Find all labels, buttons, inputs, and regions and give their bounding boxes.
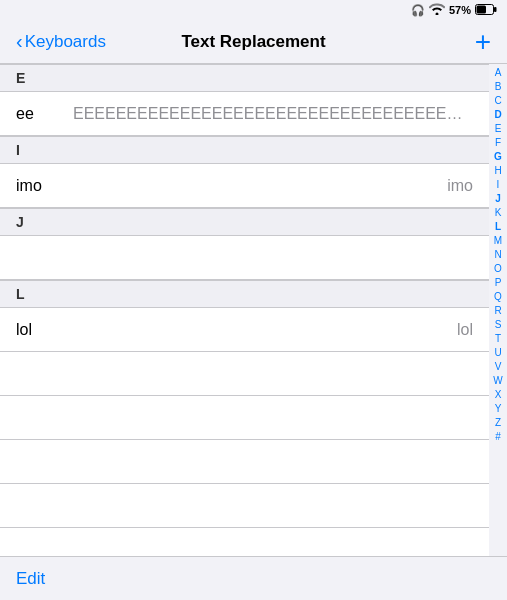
index-letter-c[interactable]: C	[494, 94, 501, 108]
chevron-left-icon: ‹	[16, 30, 23, 53]
svg-rect-2	[494, 7, 497, 12]
table: E ee EEEEEEEEEEEEEEEEEEEEEEEEEEEEEEEEEEE…	[0, 64, 489, 556]
svg-rect-1	[477, 5, 487, 13]
index-letter-z[interactable]: Z	[495, 416, 501, 430]
index-letter-x[interactable]: X	[495, 388, 502, 402]
index-letter-d[interactable]: D	[494, 108, 501, 122]
index-letter-f[interactable]: F	[495, 136, 501, 150]
row-shortcut: EEEEEEEEEEEEEEEEEEEEEEEEEEEEEEEEEEEEEEEE…	[73, 105, 473, 123]
row-shortcut: imo	[447, 177, 473, 195]
table-row-empty	[0, 440, 489, 484]
table-row[interactable]: lol lol	[0, 308, 489, 352]
index-letter-g[interactable]: G	[494, 150, 502, 164]
index-letter-v[interactable]: V	[495, 360, 502, 374]
index-letter-w[interactable]: W	[493, 374, 502, 388]
index-letter-b[interactable]: B	[495, 80, 502, 94]
table-row-empty	[0, 396, 489, 440]
index-letter-e[interactable]: E	[495, 122, 502, 136]
index-letter-a[interactable]: A	[495, 66, 502, 80]
index-letter-n[interactable]: N	[494, 248, 501, 262]
back-label: Keyboards	[25, 32, 106, 52]
index-letter-y[interactable]: Y	[495, 402, 502, 416]
add-button[interactable]: +	[475, 28, 491, 56]
table-row-empty	[0, 236, 489, 280]
index-letter-u[interactable]: U	[494, 346, 501, 360]
index-letter-p[interactable]: P	[495, 276, 502, 290]
page-title: Text Replacement	[181, 32, 325, 52]
index-letter-k[interactable]: K	[495, 206, 502, 220]
battery-icon	[475, 4, 497, 17]
table-row-empty	[0, 352, 489, 396]
index-sidebar[interactable]: ABCDEFGHIJKLMNOPQRSTUVWXYZ#	[489, 64, 507, 556]
table-row[interactable]: imo imo	[0, 164, 489, 208]
index-letter-r[interactable]: R	[494, 304, 501, 318]
index-letter-o[interactable]: O	[494, 262, 502, 276]
index-letter-s[interactable]: S	[495, 318, 502, 332]
section-header-i: I	[0, 136, 489, 164]
index-letter-j[interactable]: J	[495, 192, 501, 206]
wifi-icon	[429, 3, 445, 17]
index-letter-q[interactable]: Q	[494, 290, 502, 304]
section-header-j: J	[0, 208, 489, 236]
table-row[interactable]: ee EEEEEEEEEEEEEEEEEEEEEEEEEEEEEEEEEEEEE…	[0, 92, 489, 136]
row-phrase: ee	[16, 105, 34, 123]
index-letter-i[interactable]: I	[497, 178, 500, 192]
row-shortcut: lol	[457, 321, 473, 339]
battery-text: 57%	[449, 4, 471, 16]
index-letter-l[interactable]: L	[495, 220, 501, 234]
bottom-toolbar: Edit	[0, 556, 507, 600]
index-letter-#[interactable]: #	[495, 430, 501, 444]
section-header-l: L	[0, 280, 489, 308]
headphones-icon: 🎧	[411, 4, 425, 17]
table-row-empty	[0, 528, 489, 556]
status-icons: 🎧 57%	[411, 3, 497, 17]
index-letter-h[interactable]: H	[494, 164, 501, 178]
index-letter-t[interactable]: T	[495, 332, 501, 346]
back-button[interactable]: ‹ Keyboards	[16, 30, 106, 53]
content-area: E ee EEEEEEEEEEEEEEEEEEEEEEEEEEEEEEEEEEE…	[0, 64, 507, 556]
row-phrase: imo	[16, 177, 42, 195]
table-row-empty	[0, 484, 489, 528]
nav-bar: ‹ Keyboards Text Replacement +	[0, 20, 507, 64]
edit-button[interactable]: Edit	[16, 569, 45, 589]
index-letter-m[interactable]: M	[494, 234, 502, 248]
status-bar: 🎧 57%	[0, 0, 507, 20]
section-header-e: E	[0, 64, 489, 92]
row-phrase: lol	[16, 321, 32, 339]
